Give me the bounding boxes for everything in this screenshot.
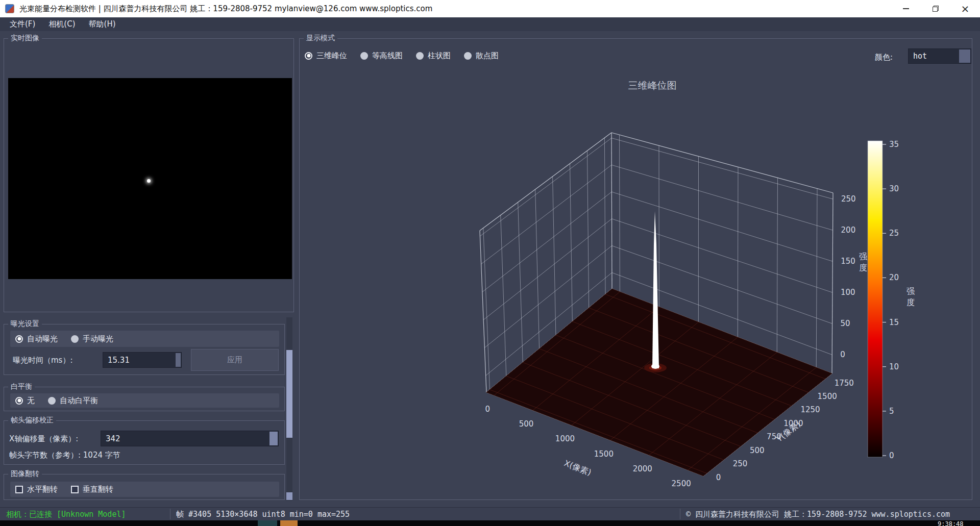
close-icon: × <box>961 4 970 14</box>
exposure-time-spinner[interactable] <box>176 353 181 367</box>
3d-peak-plot: 0500100015002000250002505007501000125015… <box>299 66 972 500</box>
image-flip-row: 水平翻转 垂直翻转 <box>10 482 279 497</box>
exposure-time-label: 曝光时间（ms）: <box>13 356 72 365</box>
group-title-frame-offset: 帧头偏移校正 <box>8 416 56 425</box>
company-info: © 四川森普力科技有限公司 姚工：159-2808-9752 www.splop… <box>686 510 950 519</box>
svg-text:200: 200 <box>841 226 856 235</box>
svg-text:0: 0 <box>889 451 894 460</box>
group-title-image-flip: 图像翻转 <box>8 469 42 479</box>
menu-file[interactable]: 文件(F) <box>3 18 42 31</box>
scrollbar-bottom-button[interactable] <box>286 492 292 500</box>
scrollbar-handle[interactable] <box>286 350 292 438</box>
window-titlebar: 光束能量分布检测软件 | 四川森普力科技有限公司 姚工：159-2808-975… <box>0 0 980 17</box>
menu-help[interactable]: 帮助(H) <box>82 18 122 31</box>
svg-text:20: 20 <box>889 273 899 282</box>
svg-text:30: 30 <box>889 184 899 193</box>
menubar: 文件(F) 相机(C) 帮助(H) <box>0 17 980 31</box>
svg-text:1000: 1000 <box>555 434 575 443</box>
svg-text:250: 250 <box>733 459 748 468</box>
svg-text:35: 35 <box>889 140 899 149</box>
svg-text:50: 50 <box>841 319 850 328</box>
manual-exposure-label: 手动曝光 <box>83 334 113 344</box>
minimize-icon <box>903 8 909 9</box>
restore-button[interactable] <box>921 0 950 17</box>
auto-exposure-radio[interactable] <box>15 335 23 343</box>
svg-text:强: 强 <box>906 286 915 296</box>
auto-exposure-label: 自动曝光 <box>27 334 58 344</box>
vertical-flip-label: 垂直翻转 <box>83 485 113 494</box>
svg-text:500: 500 <box>750 446 765 455</box>
svg-text:1500: 1500 <box>818 392 837 401</box>
taskbar-icon[interactable] <box>280 520 298 526</box>
exposure-mode-row: 自动曝光 手动曝光 <box>10 331 279 347</box>
svg-text:1250: 1250 <box>800 405 820 414</box>
svg-text:1750: 1750 <box>835 379 854 388</box>
colormap-combobox[interactable]: hot <box>908 48 971 64</box>
svg-text:0: 0 <box>840 350 845 359</box>
apply-button[interactable]: 应用 <box>191 349 279 371</box>
mode-3d-peak-label: 三维峰位 <box>316 51 347 61</box>
mode-scatter-radio[interactable] <box>464 52 472 60</box>
app-icon <box>5 4 14 13</box>
group-title-exposure: 曝光设置 <box>8 319 42 329</box>
svg-text:0: 0 <box>485 405 490 414</box>
mode-3d-peak-radio[interactable] <box>305 52 312 60</box>
exposure-settings-group: 曝光设置 自动曝光 手动曝光 曝光时间（ms）: 15.31 应用 <box>4 324 285 375</box>
mode-contour-radio[interactable] <box>360 52 368 60</box>
group-title-live-image: 实时图像 <box>8 34 42 43</box>
svg-text:150: 150 <box>841 257 855 266</box>
group-title-white-balance: 白平衡 <box>8 382 35 391</box>
white-balance-group: 白平衡 无 自动白平衡 <box>4 387 285 411</box>
svg-text:2000: 2000 <box>633 464 652 473</box>
mode-contour-label: 等高线图 <box>372 51 403 61</box>
exposure-time-value: 15.31 <box>108 356 130 365</box>
window-title: 光束能量分布检测软件 | 四川森普力科技有限公司 姚工：159-2808-975… <box>19 4 432 14</box>
frame-info: 帧 #3405 5130×3648 uint8 min=0 max=255 <box>176 510 350 519</box>
svg-text:250: 250 <box>841 194 856 204</box>
manual-exposure-radio[interactable] <box>71 335 79 343</box>
minimize-button[interactable] <box>891 0 921 17</box>
x-offset-label: X轴偏移量（像素）: <box>9 434 78 444</box>
svg-text:强: 强 <box>859 252 867 261</box>
exposure-time-input[interactable]: 15.31 <box>103 352 182 368</box>
svg-text:10: 10 <box>889 362 899 371</box>
wb-none-label: 无 <box>27 396 35 406</box>
mode-bar-label: 柱状图 <box>428 51 451 61</box>
combobox-dropdown-button[interactable] <box>959 49 970 63</box>
left-panel-scrollbar[interactable] <box>286 317 292 501</box>
mode-scatter-label: 散点图 <box>476 51 499 61</box>
x-offset-input[interactable]: 342 <box>101 431 279 446</box>
wb-none-radio[interactable] <box>15 397 23 405</box>
statusbar: 相机：已连接 [Unknown Model] 帧 #3405 5130×3648… <box>0 507 980 520</box>
taskbar-sliver: 9:38:48 <box>0 520 980 526</box>
svg-text:度: 度 <box>906 297 915 307</box>
taskbar-clock: 9:38:48 <box>938 520 964 526</box>
wb-auto-label: 自动白平衡 <box>60 396 98 406</box>
svg-text:25: 25 <box>889 229 899 238</box>
vertical-flip-checkbox[interactable] <box>71 486 79 493</box>
menu-camera[interactable]: 相机(C) <box>42 18 82 31</box>
live-image-group: 实时图像 <box>4 38 294 312</box>
mode-bar-radio[interactable] <box>416 52 424 60</box>
wb-auto-radio[interactable] <box>48 397 56 405</box>
divider <box>170 509 170 519</box>
group-title-display-mode: 显示模式 <box>304 34 337 43</box>
x-offset-value: 342 <box>106 434 120 443</box>
camera-live-image <box>8 78 292 279</box>
svg-text:100: 100 <box>841 288 855 297</box>
taskbar-icon[interactable] <box>258 520 277 526</box>
x-offset-spinner[interactable] <box>270 432 278 445</box>
frame-offset-group: 帧头偏移校正 X轴偏移量（像素）: 342 帧头字节数（参考）: 1024 字节 <box>4 420 285 465</box>
frame-bytes-label: 帧头字节数（参考）: 1024 字节 <box>9 450 120 460</box>
horizontal-flip-label: 水平翻转 <box>27 485 58 494</box>
laser-spot <box>147 179 151 183</box>
colormap-label: 颜色: <box>875 53 893 62</box>
svg-text:5: 5 <box>889 407 894 416</box>
svg-text:三维峰位图: 三维峰位图 <box>628 80 677 91</box>
horizontal-flip-checkbox[interactable] <box>15 486 23 493</box>
close-button[interactable]: × <box>950 0 980 17</box>
svg-text:0: 0 <box>716 473 721 482</box>
image-flip-group: 图像翻转 水平翻转 垂直翻转 <box>4 474 285 500</box>
camera-status: 相机：已连接 [Unknown Model] <box>6 510 126 519</box>
restore-icon <box>933 6 939 12</box>
